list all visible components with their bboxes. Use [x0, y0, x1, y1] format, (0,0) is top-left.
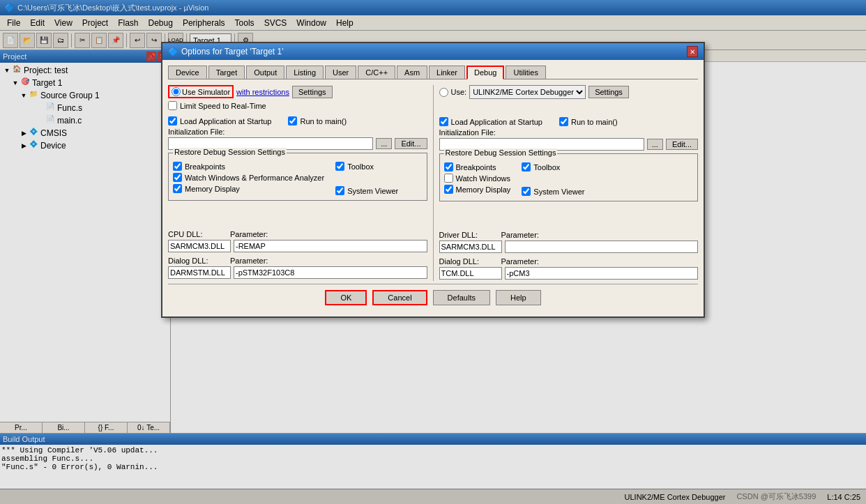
left-toolbox-checkbox[interactable]: [335, 162, 344, 171]
dialog-title-bar: 🔷 Options for Target 'Target 1' ✕: [162, 43, 704, 60]
right-use-label: Use:: [451, 88, 467, 96]
right-memory-display-checkbox[interactable]: [444, 185, 453, 194]
use-simulator-label: Use Simulator: [182, 88, 230, 96]
limit-speed-checkbox[interactable]: [168, 101, 177, 110]
right-browse-button[interactable]: ...: [647, 139, 663, 150]
left-toolbox-row: Toolbox: [335, 162, 398, 171]
options-dialog: 🔷 Options for Target 'Target 1' ✕ Device…: [161, 42, 705, 318]
left-dialog-param-input[interactable]: [234, 266, 427, 279]
left-dialog-dll-label-row: Dialog DLL: Parameter:: [168, 257, 427, 265]
tab-debug[interactable]: Debug: [466, 66, 504, 79]
left-browse-button[interactable]: ...: [376, 138, 392, 149]
ok-button[interactable]: OK: [325, 290, 367, 305]
right-driver-param-label: Parameter:: [501, 231, 539, 239]
left-cpu-dll-value-row: [168, 240, 427, 252]
left-dll-section: CPU DLL: Parameter: Dialog DLL: Paramete…: [168, 230, 427, 279]
right-run-to-main-checkbox[interactable]: [559, 117, 568, 126]
left-run-to-main-checkbox[interactable]: [288, 116, 297, 125]
right-init-file-label: Initialization File:: [439, 128, 699, 137]
with-restrictions-link[interactable]: with restrictions: [236, 88, 289, 96]
left-watch-windows-checkbox[interactable]: [173, 173, 182, 182]
right-driver-dll-input[interactable]: [439, 240, 502, 253]
right-settings-button[interactable]: Settings: [588, 86, 629, 98]
right-breakpoints-checkbox[interactable]: [444, 162, 453, 171]
right-dialog-param-input[interactable]: [505, 267, 699, 280]
left-dialog-dll-label: Dialog DLL:: [168, 257, 213, 265]
right-system-viewer-checkbox[interactable]: [522, 187, 531, 196]
dialog-title-text: Options for Target 'Target 1': [181, 47, 283, 56]
left-dialog-dll-input[interactable]: [168, 266, 231, 279]
left-edit-button[interactable]: Edit...: [395, 138, 427, 149]
use-simulator-radio[interactable]: [172, 87, 181, 96]
right-load-app-label: Load Application at Startup: [451, 118, 542, 126]
tab-user[interactable]: User: [325, 66, 356, 79]
right-restore-group: Restore Debug Session Settings Breakpoin…: [439, 153, 699, 201]
left-memory-display-checkbox[interactable]: [173, 184, 182, 193]
right-watch-windows-label: Watch Windows: [456, 174, 510, 183]
left-breakpoints-row: Breakpoints: [173, 162, 324, 171]
left-system-viewer-checkbox[interactable]: [335, 186, 344, 195]
tab-cc[interactable]: C/C++: [358, 66, 395, 79]
limit-speed-label: Limit Speed to Real-Time: [180, 102, 266, 110]
right-system-viewer-label: System Viewer: [533, 188, 584, 196]
dialog-divider: [433, 85, 434, 281]
dialog-close-button[interactable]: ✕: [687, 46, 698, 57]
dialog-buttons: OK Cancel Defaults Help: [168, 284, 698, 311]
left-load-app-checkbox[interactable]: [168, 116, 177, 125]
left-cpu-dll-row: CPU DLL: Parameter:: [168, 230, 427, 238]
left-settings-button[interactable]: Settings: [292, 86, 333, 98]
right-memory-display-label: Memory Display: [456, 185, 511, 194]
limit-speed-row: Limit Speed to Real-Time: [168, 101, 427, 110]
right-use-row: Use: ULINK2/ME Cortex Debugger Settings: [439, 85, 699, 99]
help-button[interactable]: Help: [496, 290, 541, 305]
right-breakpoints-row: Breakpoints: [444, 162, 511, 171]
left-dialog-param-label: Parameter:: [230, 257, 268, 265]
tab-target[interactable]: Target: [208, 66, 245, 79]
right-toolbox-label: Toolbox: [533, 163, 560, 171]
dialog-overlay: 🔷 Options for Target 'Target 1' ✕ Device…: [0, 0, 866, 504]
cancel-button[interactable]: Cancel: [372, 290, 427, 305]
dialog-content: Device Target Output Listing User C/C++ …: [162, 60, 704, 316]
right-dll-section: Driver DLL: Parameter: Dialog DLL: Param…: [439, 231, 699, 280]
right-edit-button[interactable]: Edit...: [666, 139, 698, 150]
dialog-tab-bar: Device Target Output Listing User C/C++ …: [168, 66, 698, 79]
tab-linker[interactable]: Linker: [429, 66, 465, 79]
tab-utilities[interactable]: Utilities: [506, 66, 545, 79]
right-run-to-main-label: Run to main(): [571, 118, 618, 126]
right-use-radio[interactable]: [439, 88, 448, 97]
left-system-viewer-row: System Viewer: [335, 186, 398, 195]
right-dialog-dll-label: Dialog DLL:: [439, 257, 485, 266]
defaults-button[interactable]: Defaults: [433, 290, 490, 305]
dialog-left-half: Use Simulator with restrictions Settings…: [168, 85, 427, 281]
left-system-viewer-label: System Viewer: [347, 187, 398, 195]
dialog-right-half: Use: ULINK2/ME Cortex Debugger Settings …: [439, 85, 699, 281]
right-toolbox-checkbox[interactable]: [522, 162, 531, 171]
right-dialog-dll-value-row: [439, 267, 699, 280]
left-restore-group: Restore Debug Session Settings Breakpoin…: [168, 153, 427, 201]
left-use-simulator-row: Use Simulator with restrictions Settings: [168, 85, 427, 98]
right-load-app-checkbox[interactable]: [439, 117, 448, 126]
left-breakpoints-label: Breakpoints: [185, 162, 225, 171]
left-load-app-row: Load Application at Startup Run to main(…: [168, 116, 427, 125]
left-restore-label: Restore Debug Session Settings: [173, 148, 287, 156]
right-dialog-dll-input[interactable]: [439, 267, 502, 280]
use-simulator-highlight: Use Simulator: [168, 85, 234, 98]
tab-listing[interactable]: Listing: [286, 66, 324, 79]
right-driver-param-input[interactable]: [505, 240, 699, 253]
left-cpu-param-input[interactable]: [234, 240, 427, 252]
right-breakpoints-label: Breakpoints: [456, 163, 496, 171]
right-watch-windows-row: Watch Windows: [444, 174, 511, 183]
tab-device[interactable]: Device: [168, 66, 207, 79]
left-cpu-dll-input[interactable]: [168, 240, 231, 252]
left-dialog-dll-value-row: [168, 266, 427, 279]
left-toolbox-label: Toolbox: [347, 162, 374, 171]
left-init-file-label: Initialization File:: [168, 128, 427, 136]
tab-output[interactable]: Output: [246, 66, 284, 79]
left-breakpoints-checkbox[interactable]: [173, 162, 182, 171]
right-watch-windows-checkbox[interactable]: [444, 174, 453, 183]
tab-asm[interactable]: Asm: [397, 66, 427, 79]
left-cpu-dll-label: CPU DLL:: [168, 230, 213, 238]
right-debugger-dropdown[interactable]: ULINK2/ME Cortex Debugger: [469, 85, 586, 99]
dialog-title-icon: 🔷: [168, 47, 178, 56]
left-load-app-label: Load Application at Startup: [180, 117, 271, 125]
